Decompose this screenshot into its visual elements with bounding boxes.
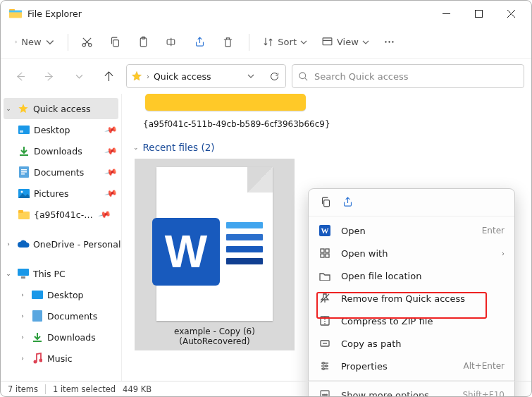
status-selected: 1 item selected: [53, 384, 116, 394]
ctx-properties[interactable]: PropertiesAlt+Enter: [309, 355, 514, 377]
word-document-icon: W: [156, 167, 273, 321]
picture-icon: [18, 187, 30, 200]
recent-files-header[interactable]: ⌄Recent files (2): [133, 142, 523, 153]
minimize-button[interactable]: [430, 1, 462, 26]
ctx-open-location[interactable]: Open file location: [309, 264, 514, 287]
folder-thumbnail[interactable]: [145, 94, 306, 111]
address-bar[interactable]: › Quick access: [126, 64, 286, 88]
sidebar-item-pc-downloads[interactable]: ›Downloads: [1, 326, 121, 348]
sidebar-item-pc-documents[interactable]: ›Documents: [1, 305, 121, 326]
chevron-down-icon: ⌄: [133, 144, 139, 151]
file-item[interactable]: W example - Copy (6) (AutoRecovered): [135, 159, 295, 350]
svg-point-62: [323, 368, 325, 370]
star-icon: [131, 71, 142, 82]
share-button[interactable]: [188, 30, 214, 54]
desktop-icon: [31, 288, 44, 301]
chevron-right-icon: ›: [4, 240, 13, 248]
svg-rect-45: [324, 200, 330, 207]
unpin-icon: [318, 292, 331, 305]
chevron-down-icon[interactable]: [247, 73, 254, 80]
delete-button[interactable]: [216, 30, 242, 54]
sidebar-item-this-pc[interactable]: ⌄This PC: [1, 263, 121, 284]
sidebar-label: Documents: [34, 167, 102, 178]
sidebar-item-pc-music[interactable]: ›Music: [1, 348, 121, 369]
search-box[interactable]: Search Quick access: [292, 64, 524, 88]
svg-point-11: [89, 44, 92, 47]
svg-rect-40: [32, 291, 43, 299]
status-size: 449 KB: [123, 384, 151, 394]
chevron-down-icon: ⌄: [4, 270, 13, 277]
view-button[interactable]: View: [316, 30, 375, 54]
rename-button[interactable]: [160, 30, 185, 54]
sidebar-item-documents[interactable]: Documents📌: [1, 161, 121, 183]
sidebar-item-onedrive[interactable]: ›OneDrive - Personal: [1, 233, 121, 255]
svg-rect-38: [18, 269, 29, 276]
window-title: File Explorer: [27, 8, 82, 19]
address-row: › Quick access Search Quick access: [1, 59, 531, 94]
svg-point-35: [21, 190, 23, 193]
sidebar-label: OneDrive - Personal: [33, 239, 121, 250]
sidebar-label: {a95f041c-511b-49cb-b589-6cf3963b66c9}: [34, 209, 96, 220]
svg-rect-17: [323, 38, 332, 45]
new-button[interactable]: New: [8, 30, 61, 54]
desktop-icon: [18, 123, 30, 136]
sidebar-item-quick-access[interactable]: ⌄ Quick access: [4, 98, 118, 119]
chevron-down-icon: [46, 38, 54, 47]
forward-button[interactable]: [37, 64, 61, 88]
chevron-down-icon: [362, 39, 369, 46]
cloud-icon: [17, 238, 30, 250]
ctx-label: Copy as path: [341, 338, 505, 349]
chevron-right-icon: ›: [147, 73, 149, 80]
open-with-icon: [318, 247, 331, 259]
copy-path-icon: [318, 337, 331, 350]
sidebar-item-desktop[interactable]: Desktop📌: [1, 119, 121, 140]
paste-button[interactable]: [132, 30, 157, 54]
ctx-hint: Enter: [482, 226, 505, 236]
svg-rect-31: [21, 169, 27, 171]
chevron-right-icon: ›: [502, 250, 505, 257]
app-icon: [9, 8, 22, 18]
sort-button[interactable]: Sort: [256, 30, 313, 54]
address-label: Quick access: [154, 71, 243, 82]
svg-rect-4: [475, 10, 482, 17]
more-button[interactable]: [378, 30, 403, 54]
ctx-label: Compress to ZIP file: [341, 316, 505, 326]
refresh-button[interactable]: [267, 69, 281, 83]
svg-point-44: [39, 359, 43, 362]
ctx-open[interactable]: WOpenEnter: [309, 219, 514, 242]
ctx-compress[interactable]: Compress to ZIP file: [309, 310, 514, 332]
folder-name-label: {a95f041c-511b-49cb-b589-6cf3963b66c9}: [143, 119, 523, 129]
pc-icon: [17, 267, 30, 280]
share-icon[interactable]: [342, 196, 354, 210]
copy-icon[interactable]: [320, 196, 332, 210]
svg-point-60: [323, 362, 325, 365]
maximize-button[interactable]: [462, 1, 495, 26]
sidebar-item-guid-folder[interactable]: {a95f041c-511b-49cb-b589-6cf3963b66c9}📌: [1, 204, 121, 225]
back-button[interactable]: [8, 64, 32, 88]
ctx-label: Properties: [341, 361, 453, 372]
pin-icon: 📌: [104, 123, 116, 136]
sidebar-label: Music: [47, 353, 121, 364]
sort-label: Sort: [278, 37, 297, 47]
svg-point-20: [388, 41, 390, 42]
copy-button[interactable]: [104, 30, 129, 54]
svg-rect-50: [321, 254, 324, 257]
sidebar-item-downloads[interactable]: Downloads📌: [1, 140, 121, 161]
new-button-label: New: [21, 37, 41, 47]
svg-point-19: [385, 41, 386, 42]
folder-icon: [18, 208, 30, 221]
cut-button[interactable]: [75, 30, 101, 54]
titlebar: File Explorer: [1, 1, 531, 26]
recent-dropdown[interactable]: [67, 64, 91, 88]
sidebar-item-pc-desktop[interactable]: ›Desktop: [1, 284, 121, 305]
svg-rect-33: [21, 173, 25, 175]
svg-rect-48: [321, 249, 324, 252]
up-button[interactable]: [97, 64, 120, 88]
svg-line-26: [304, 78, 307, 80]
sidebar-item-pictures[interactable]: Pictures📌: [1, 183, 121, 204]
svg-point-10: [82, 44, 85, 47]
ctx-remove-quick-access[interactable]: Remove from Quick access: [309, 287, 514, 310]
ctx-open-with[interactable]: Open with›: [309, 242, 514, 264]
close-button[interactable]: [495, 1, 527, 26]
ctx-copy-path[interactable]: Copy as path: [309, 332, 514, 355]
